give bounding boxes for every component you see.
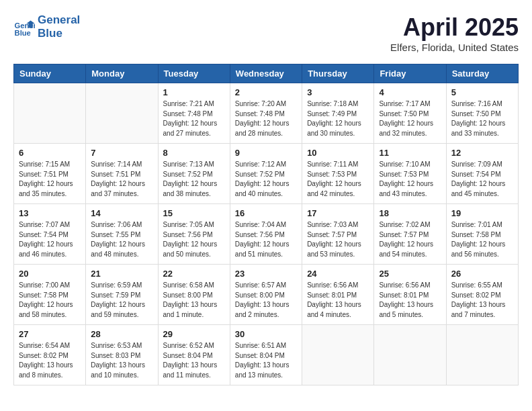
week-row-5: 27Sunrise: 6:54 AM Sunset: 8:02 PM Dayli… <box>14 325 519 385</box>
day-info: Sunrise: 7:14 AM Sunset: 7:51 PM Dayligh… <box>91 160 152 199</box>
day-number: 28 <box>91 329 152 339</box>
day-number: 20 <box>19 269 81 279</box>
day-number: 17 <box>307 208 369 218</box>
calendar-cell: 9Sunrise: 7:12 AM Sunset: 7:52 PM Daylig… <box>230 144 302 204</box>
day-number: 7 <box>91 148 152 158</box>
weekday-header-sunday: Sunday <box>14 64 86 83</box>
calendar-cell: 20Sunrise: 7:00 AM Sunset: 7:58 PM Dayli… <box>14 265 86 325</box>
svg-text:Blue: Blue <box>15 29 31 37</box>
day-number: 11 <box>379 148 441 158</box>
day-number: 8 <box>163 148 225 158</box>
page-header: General Blue General Blue April 2025 Elf… <box>13 13 519 53</box>
day-info: Sunrise: 7:09 AM Sunset: 7:54 PM Dayligh… <box>451 160 513 199</box>
day-number: 29 <box>163 329 225 339</box>
logo-icon: General Blue <box>13 16 35 38</box>
calendar-cell: 17Sunrise: 7:03 AM Sunset: 7:57 PM Dayli… <box>302 204 374 265</box>
day-info: Sunrise: 7:11 AM Sunset: 7:53 PM Dayligh… <box>307 160 369 199</box>
calendar-cell: 28Sunrise: 6:53 AM Sunset: 8:03 PM Dayli… <box>86 325 158 385</box>
calendar-cell: 30Sunrise: 6:51 AM Sunset: 8:04 PM Dayli… <box>230 325 302 385</box>
week-row-4: 20Sunrise: 7:00 AM Sunset: 7:58 PM Dayli… <box>14 265 519 325</box>
day-info: Sunrise: 7:18 AM Sunset: 7:49 PM Dayligh… <box>307 99 369 138</box>
day-info: Sunrise: 6:57 AM Sunset: 8:00 PM Dayligh… <box>235 281 297 320</box>
day-info: Sunrise: 7:21 AM Sunset: 7:48 PM Dayligh… <box>163 99 225 138</box>
calendar-cell: 23Sunrise: 6:57 AM Sunset: 8:00 PM Dayli… <box>230 265 302 325</box>
day-number: 12 <box>451 148 513 158</box>
week-row-3: 13Sunrise: 7:07 AM Sunset: 7:54 PM Dayli… <box>14 204 519 265</box>
day-info: Sunrise: 7:15 AM Sunset: 7:51 PM Dayligh… <box>19 160 81 199</box>
day-number: 25 <box>379 269 441 279</box>
day-number: 22 <box>163 269 225 279</box>
day-info: Sunrise: 6:56 AM Sunset: 8:01 PM Dayligh… <box>307 281 369 320</box>
day-info: Sunrise: 7:05 AM Sunset: 7:56 PM Dayligh… <box>163 220 225 259</box>
calendar-cell: 15Sunrise: 7:05 AM Sunset: 7:56 PM Dayli… <box>158 204 230 265</box>
week-row-2: 6Sunrise: 7:15 AM Sunset: 7:51 PM Daylig… <box>14 144 519 204</box>
day-number: 3 <box>307 87 369 97</box>
day-number: 26 <box>451 269 513 279</box>
day-number: 21 <box>91 269 152 279</box>
day-info: Sunrise: 6:52 AM Sunset: 8:04 PM Dayligh… <box>163 341 225 380</box>
day-number: 2 <box>235 87 297 97</box>
day-number: 14 <box>91 208 152 218</box>
weekday-header-row: SundayMondayTuesdayWednesdayThursdayFrid… <box>14 64 519 83</box>
day-number: 24 <box>307 269 369 279</box>
logo-line2: Blue <box>38 27 80 40</box>
day-info: Sunrise: 7:10 AM Sunset: 7:53 PM Dayligh… <box>379 160 441 199</box>
day-info: Sunrise: 7:02 AM Sunset: 7:57 PM Dayligh… <box>379 220 441 259</box>
calendar-cell: 25Sunrise: 6:56 AM Sunset: 8:01 PM Dayli… <box>374 265 446 325</box>
day-info: Sunrise: 6:51 AM Sunset: 8:04 PM Dayligh… <box>235 341 297 380</box>
day-info: Sunrise: 7:16 AM Sunset: 7:50 PM Dayligh… <box>451 99 513 138</box>
calendar-cell: 24Sunrise: 6:56 AM Sunset: 8:01 PM Dayli… <box>302 265 374 325</box>
weekday-header-thursday: Thursday <box>302 64 374 83</box>
day-number: 15 <box>163 208 225 218</box>
day-info: Sunrise: 7:13 AM Sunset: 7:52 PM Dayligh… <box>163 160 225 199</box>
calendar-cell: 14Sunrise: 7:06 AM Sunset: 7:55 PM Dayli… <box>86 204 158 265</box>
day-info: Sunrise: 6:54 AM Sunset: 8:02 PM Dayligh… <box>19 341 81 380</box>
day-number: 4 <box>379 87 441 97</box>
weekday-header-saturday: Saturday <box>446 64 518 83</box>
calendar-cell: 11Sunrise: 7:10 AM Sunset: 7:53 PM Dayli… <box>374 144 446 204</box>
calendar-cell: 5Sunrise: 7:16 AM Sunset: 7:50 PM Daylig… <box>446 83 518 144</box>
calendar-cell <box>14 83 86 144</box>
week-row-1: 1Sunrise: 7:21 AM Sunset: 7:48 PM Daylig… <box>14 83 519 144</box>
weekday-header-tuesday: Tuesday <box>158 64 230 83</box>
weekday-header-friday: Friday <box>374 64 446 83</box>
calendar-cell: 18Sunrise: 7:02 AM Sunset: 7:57 PM Dayli… <box>374 204 446 265</box>
day-info: Sunrise: 7:07 AM Sunset: 7:54 PM Dayligh… <box>19 220 81 259</box>
calendar-cell <box>86 83 158 144</box>
day-number: 23 <box>235 269 297 279</box>
day-info: Sunrise: 7:01 AM Sunset: 7:58 PM Dayligh… <box>451 220 513 259</box>
calendar-cell: 8Sunrise: 7:13 AM Sunset: 7:52 PM Daylig… <box>158 144 230 204</box>
day-number: 30 <box>235 329 297 339</box>
day-number: 10 <box>307 148 369 158</box>
calendar-cell: 7Sunrise: 7:14 AM Sunset: 7:51 PM Daylig… <box>86 144 158 204</box>
weekday-header-monday: Monday <box>86 64 158 83</box>
day-number: 19 <box>451 208 513 218</box>
calendar-cell: 2Sunrise: 7:20 AM Sunset: 7:48 PM Daylig… <box>230 83 302 144</box>
day-info: Sunrise: 6:55 AM Sunset: 8:02 PM Dayligh… <box>451 281 513 320</box>
day-info: Sunrise: 7:20 AM Sunset: 7:48 PM Dayligh… <box>235 99 297 138</box>
calendar-cell: 10Sunrise: 7:11 AM Sunset: 7:53 PM Dayli… <box>302 144 374 204</box>
weekday-header-wednesday: Wednesday <box>230 64 302 83</box>
day-info: Sunrise: 7:03 AM Sunset: 7:57 PM Dayligh… <box>307 220 369 259</box>
day-info: Sunrise: 6:58 AM Sunset: 8:00 PM Dayligh… <box>163 281 225 320</box>
calendar-cell: 21Sunrise: 6:59 AM Sunset: 7:59 PM Dayli… <box>86 265 158 325</box>
logo: General Blue General Blue <box>13 13 80 41</box>
day-info: Sunrise: 7:06 AM Sunset: 7:55 PM Dayligh… <box>91 220 152 259</box>
day-info: Sunrise: 7:17 AM Sunset: 7:50 PM Dayligh… <box>379 99 441 138</box>
calendar-cell: 13Sunrise: 7:07 AM Sunset: 7:54 PM Dayli… <box>14 204 86 265</box>
calendar-cell: 4Sunrise: 7:17 AM Sunset: 7:50 PM Daylig… <box>374 83 446 144</box>
day-number: 6 <box>19 148 81 158</box>
calendar-cell: 16Sunrise: 7:04 AM Sunset: 7:56 PM Dayli… <box>230 204 302 265</box>
calendar-cell: 12Sunrise: 7:09 AM Sunset: 7:54 PM Dayli… <box>446 144 518 204</box>
day-info: Sunrise: 7:00 AM Sunset: 7:58 PM Dayligh… <box>19 281 81 320</box>
calendar-cell: 6Sunrise: 7:15 AM Sunset: 7:51 PM Daylig… <box>14 144 86 204</box>
calendar-cell: 19Sunrise: 7:01 AM Sunset: 7:58 PM Dayli… <box>446 204 518 265</box>
calendar-cell: 3Sunrise: 7:18 AM Sunset: 7:49 PM Daylig… <box>302 83 374 144</box>
title-block: April 2025 Elfers, Florida, United State… <box>390 13 519 53</box>
calendar-cell: 22Sunrise: 6:58 AM Sunset: 8:00 PM Dayli… <box>158 265 230 325</box>
day-number: 27 <box>19 329 81 339</box>
day-number: 16 <box>235 208 297 218</box>
day-info: Sunrise: 7:12 AM Sunset: 7:52 PM Dayligh… <box>235 160 297 199</box>
day-info: Sunrise: 6:56 AM Sunset: 8:01 PM Dayligh… <box>379 281 441 320</box>
day-number: 9 <box>235 148 297 158</box>
